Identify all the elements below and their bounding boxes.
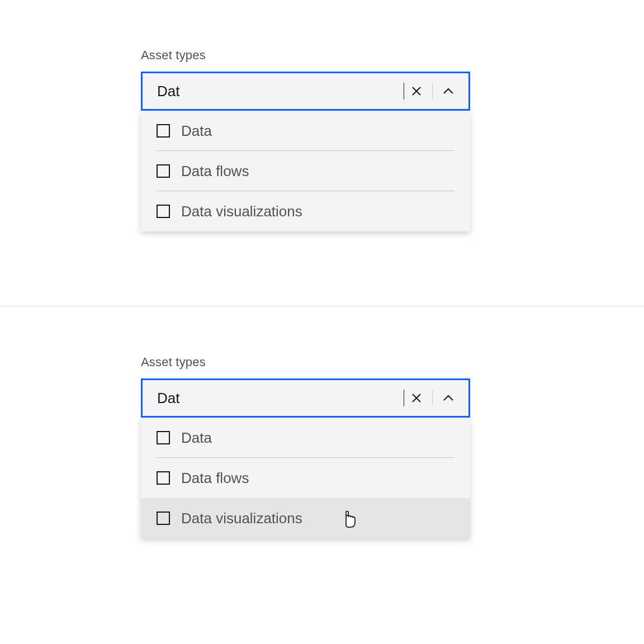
option-data[interactable]: Data <box>141 418 470 458</box>
checkbox[interactable] <box>157 431 170 444</box>
option-data-visualizations[interactable]: Data visualizations <box>141 191 470 231</box>
option-data-flows[interactable]: Data flows <box>141 458 470 498</box>
separator <box>432 390 433 406</box>
option-data-visualizations[interactable]: Data visualizations <box>141 498 470 538</box>
field-label: Asset types <box>141 355 644 370</box>
checkbox[interactable] <box>157 164 170 178</box>
separator <box>432 83 433 99</box>
close-icon <box>411 392 422 404</box>
option-label: Data flows <box>181 470 249 487</box>
option-label: Data visualizations <box>181 510 302 527</box>
chevron-up-icon <box>443 395 454 401</box>
toggle-button[interactable] <box>436 386 461 410</box>
clear-button[interactable] <box>404 386 429 410</box>
option-label: Data <box>181 429 212 447</box>
checkbox[interactable] <box>157 124 170 138</box>
combobox-input-wrapper[interactable]: Dat <box>141 378 470 418</box>
dropdown-menu: Data Data flows Data visualizations <box>141 418 470 538</box>
option-label: Data visualizations <box>181 203 302 220</box>
multiselect-combobox[interactable]: Dat Data Data flows Data v <box>141 72 470 231</box>
toggle-button[interactable] <box>436 79 461 103</box>
dropdown-menu: Data Data flows Data visualizations <box>141 111 470 231</box>
close-icon <box>411 86 422 97</box>
field-label: Asset types <box>141 48 644 63</box>
pointer-cursor-icon <box>341 509 357 527</box>
combobox-input[interactable]: Dat <box>157 390 405 407</box>
chevron-up-icon <box>443 88 454 94</box>
checkbox[interactable] <box>157 471 170 485</box>
option-data[interactable]: Data <box>141 111 470 151</box>
option-data-flows[interactable]: Data flows <box>141 151 470 191</box>
checkbox[interactable] <box>157 205 170 218</box>
checkbox[interactable] <box>157 512 170 525</box>
clear-button[interactable] <box>404 79 429 103</box>
combobox-input[interactable]: Dat <box>157 83 405 100</box>
combobox-input-wrapper[interactable]: Dat <box>141 72 470 111</box>
multiselect-combobox[interactable]: Dat Data Data flows Data visualizat <box>141 378 470 538</box>
option-label: Data flows <box>181 163 249 180</box>
option-label: Data <box>181 122 212 140</box>
